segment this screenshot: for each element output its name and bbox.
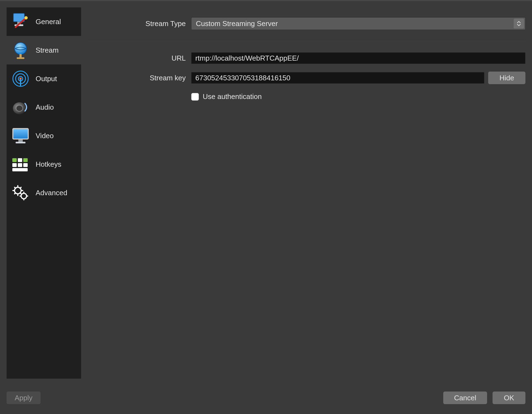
sidebar-item-audio[interactable]: Audio [7, 93, 81, 121]
stream-icon [10, 39, 31, 61]
cancel-button[interactable]: Cancel [443, 392, 487, 404]
ok-button[interactable]: OK [493, 392, 525, 404]
svg-rect-12 [20, 79, 21, 86]
svg-point-4 [24, 16, 28, 19]
hotkeys-icon [10, 154, 31, 175]
svg-point-5 [15, 42, 27, 55]
sidebar-item-general[interactable]: General [7, 7, 81, 36]
sidebar-item-output[interactable]: Output [7, 64, 81, 93]
settings-sidebar: General [7, 7, 81, 379]
sidebar-item-stream[interactable]: Stream [7, 36, 81, 64]
sidebar-item-label: Advanced [36, 189, 67, 197]
dialog-footer: Apply Cancel OK [0, 389, 532, 413]
content-area: General [0, 1, 532, 389]
svg-rect-16 [18, 140, 23, 142]
svg-rect-24 [12, 168, 28, 171]
url-row: URL [87, 52, 525, 64]
svg-rect-22 [18, 163, 22, 167]
footer-right: Cancel OK [443, 392, 525, 404]
stream-settings-panel: Stream Type Custom Streaming Server URL … [87, 7, 525, 387]
sidebar-item-label: General [36, 18, 61, 26]
stream-key-input[interactable] [191, 72, 484, 84]
svg-rect-17 [16, 142, 25, 143]
stream-type-value: Custom Streaming Server [196, 19, 278, 28]
sidebar-item-label: Video [36, 132, 54, 140]
svg-rect-7 [17, 57, 24, 59]
svg-rect-6 [19, 54, 22, 57]
general-icon [10, 11, 31, 32]
svg-rect-15 [13, 129, 28, 139]
stream-key-label: Stream key [87, 74, 191, 82]
svg-rect-23 [23, 163, 28, 167]
output-icon [10, 68, 31, 89]
use-auth-row[interactable]: Use authentication [191, 92, 525, 101]
stream-type-row: Stream Type Custom Streaming Server [87, 17, 525, 30]
svg-rect-18 [12, 158, 17, 162]
svg-line-32 [15, 193, 16, 194]
apply-button[interactable]: Apply [7, 392, 41, 404]
svg-line-31 [20, 193, 21, 194]
stream-type-label: Stream Type [87, 19, 191, 28]
svg-line-30 [15, 187, 16, 188]
svg-rect-19 [18, 158, 22, 162]
url-input[interactable] [191, 52, 525, 64]
sidebar-item-label: Audio [36, 103, 54, 112]
sidebar-item-advanced[interactable]: Advanced [7, 178, 81, 207]
sidebar-item-label: Stream [36, 46, 59, 55]
svg-line-33 [20, 187, 21, 188]
use-auth-label: Use authentication [203, 92, 262, 101]
svg-point-14 [16, 105, 23, 111]
stream-type-select[interactable]: Custom Streaming Server [191, 17, 525, 30]
stream-key-row: Stream key Hide [87, 72, 525, 84]
divider [87, 40, 525, 41]
settings-window: General [0, 1, 532, 413]
advanced-icon [10, 182, 31, 203]
svg-point-34 [21, 193, 27, 199]
audio-icon [10, 97, 31, 118]
use-auth-checkbox[interactable] [191, 93, 199, 101]
hide-button[interactable]: Hide [488, 72, 525, 84]
svg-rect-21 [12, 163, 17, 167]
sidebar-item-video[interactable]: Video [7, 121, 81, 150]
svg-rect-20 [23, 158, 28, 162]
sidebar-item-hotkeys[interactable]: Hotkeys [7, 150, 81, 178]
sidebar-item-label: Hotkeys [36, 160, 61, 169]
select-arrows-icon [514, 19, 524, 29]
url-label: URL [87, 54, 191, 63]
sidebar-item-label: Output [36, 75, 57, 83]
video-icon [10, 125, 31, 146]
